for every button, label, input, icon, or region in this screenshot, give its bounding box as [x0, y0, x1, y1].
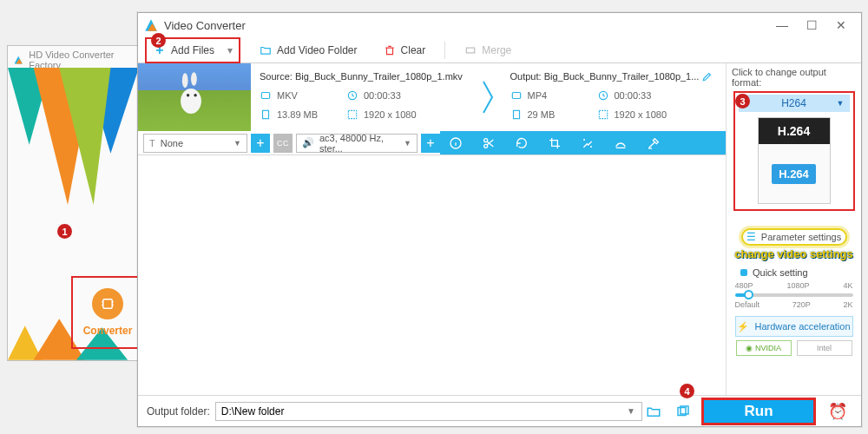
minimize-button[interactable]: —	[767, 15, 797, 36]
in-duration: 00:00:33	[364, 90, 401, 101]
svg-rect-11	[102, 305, 103, 306]
format-dropdown[interactable]: H264 ▼	[739, 95, 850, 112]
clear-button[interactable]: Clear	[377, 38, 433, 62]
filter-tool-icon[interactable]	[645, 135, 662, 152]
svg-point-19	[181, 89, 201, 114]
svg-rect-16	[467, 48, 475, 53]
bolt-icon: ⚡	[737, 321, 749, 332]
app-logo-icon	[13, 54, 23, 66]
audio-select[interactable]: 🔊ac3, 48000 Hz, ster...▼	[296, 134, 418, 153]
in-size: 13.89 MB	[277, 109, 318, 120]
in-format: MKV	[277, 90, 298, 101]
svg-point-20	[187, 94, 189, 96]
video-thumbnail[interactable]	[138, 63, 251, 131]
svg-point-18	[191, 72, 197, 85]
media-list: Source: Big_Buck_Bunny_Trailer_1080p_1.m…	[138, 63, 726, 395]
side-panel: Click to change output format: H264 ▼ H.…	[726, 63, 861, 395]
info-tool-icon[interactable]	[447, 135, 464, 152]
nvidia-badge: ◉NVIDIA	[736, 340, 792, 356]
svg-point-34	[590, 146, 592, 148]
add-subtitle-button[interactable]: +	[251, 134, 270, 153]
bunny-illustration	[176, 72, 206, 115]
run-button[interactable]: Run	[701, 398, 816, 425]
clock-icon	[597, 89, 609, 102]
output-name: Big_Buck_Bunny_Trailer_1080p_1...	[544, 71, 700, 82]
dot-icon	[740, 269, 747, 276]
add-folder-button[interactable]: Add Video Folder	[253, 38, 365, 62]
output-folder-input[interactable]	[215, 402, 642, 421]
svg-rect-9	[103, 299, 113, 309]
subtitle-select[interactable]: TNone▼	[143, 134, 247, 153]
source-name: Big_Buck_Bunny_Trailer_1080p_1.mkv	[295, 71, 463, 82]
format-card-title: H.264	[759, 118, 830, 144]
parameter-settings-button[interactable]: ☰ Parameter settings	[741, 228, 847, 246]
chevron-down-icon: ▼	[837, 99, 845, 108]
resolution-icon	[597, 108, 609, 121]
format-head-label: H264	[781, 97, 806, 109]
svg-rect-10	[102, 301, 103, 303]
svg-rect-22	[261, 93, 269, 99]
batch-button[interactable]	[672, 402, 694, 421]
svg-rect-29	[599, 110, 607, 118]
svg-rect-24	[263, 110, 269, 118]
format-card[interactable]: H.264 H.264	[758, 117, 831, 204]
converter-icon	[92, 288, 123, 319]
size-icon	[260, 108, 272, 121]
sliders-icon: ☰	[746, 231, 756, 243]
close-button[interactable]: ✕	[826, 15, 856, 36]
rotate-tool-icon[interactable]	[513, 135, 530, 152]
slider-knob[interactable]	[744, 290, 753, 299]
add-files-dropdown[interactable]: ▾	[221, 44, 239, 56]
output-column: Output: Big_Buck_Bunny_Trailer_1080p_1..…	[502, 63, 727, 131]
format-hint: Click to change output format:	[732, 67, 856, 88]
annotation-badge-4: 4	[680, 384, 694, 398]
folder-icon	[260, 44, 272, 56]
format-icon	[510, 89, 523, 102]
secondary-window: HD Video Converter Factory Converter	[7, 45, 140, 361]
merge-label: Merge	[482, 44, 511, 56]
trim-tool-icon[interactable]	[480, 135, 497, 152]
decorative-triangles	[8, 67, 139, 206]
merge-button[interactable]: Merge	[457, 38, 518, 62]
intel-badge: Intel	[797, 340, 852, 356]
maximize-button[interactable]: ☐	[797, 15, 826, 36]
format-card-chip: H.264	[772, 164, 816, 184]
annotation-badge-1: 1	[57, 224, 72, 239]
svg-point-17	[182, 73, 188, 88]
source-column: Source: Big_Buck_Bunny_Trailer_1080p_1.m…	[251, 63, 476, 131]
main-window: Video Converter — ☐ ✕ + Add Files ▾ Add …	[137, 12, 862, 427]
alarm-button[interactable]: ⏰	[823, 398, 852, 424]
quality-slider[interactable]: 480P1080P4K Default720P2K	[735, 281, 853, 309]
output-label: Output:	[510, 71, 542, 82]
format-highlight-box: H264 ▼ H.264 H.264	[733, 91, 855, 211]
format-icon	[260, 89, 272, 102]
svg-rect-28	[513, 110, 519, 118]
out-size: 29 MB	[528, 109, 556, 120]
quick-setting-label: Quick setting	[732, 267, 808, 278]
svg-rect-26	[512, 93, 520, 99]
hardware-acceleration-button[interactable]: ⚡ Hardware acceleration	[735, 316, 853, 337]
run-label: Run	[744, 403, 773, 420]
edit-toolstrip	[440, 131, 726, 155]
nvidia-icon: ◉	[746, 344, 753, 352]
in-res: 1920 x 1080	[364, 109, 417, 120]
out-format: MP4	[528, 90, 548, 101]
window-title: Video Converter	[164, 19, 246, 32]
clock-icon	[346, 89, 358, 102]
arrow-separator	[476, 63, 502, 131]
converter-module-button[interactable]: Converter	[71, 276, 144, 349]
cc-button[interactable]: CC	[273, 134, 293, 153]
crop-tool-icon[interactable]	[546, 135, 563, 152]
trash-icon	[384, 44, 396, 56]
source-label: Source:	[260, 71, 293, 82]
main-toolbar: + Add Files ▾ Add Video Folder Clear Mer…	[138, 37, 861, 63]
effects-tool-icon[interactable]	[579, 135, 596, 152]
edit-name-icon[interactable]	[699, 70, 716, 82]
add-audio-button[interactable]: +	[421, 134, 440, 153]
watermark-tool-icon[interactable]	[612, 135, 629, 152]
subtitle-value: None	[161, 138, 183, 148]
size-icon	[510, 108, 523, 121]
svg-rect-12	[112, 301, 114, 303]
open-folder-button[interactable]	[642, 402, 665, 421]
speaker-icon: 🔊	[302, 137, 314, 148]
